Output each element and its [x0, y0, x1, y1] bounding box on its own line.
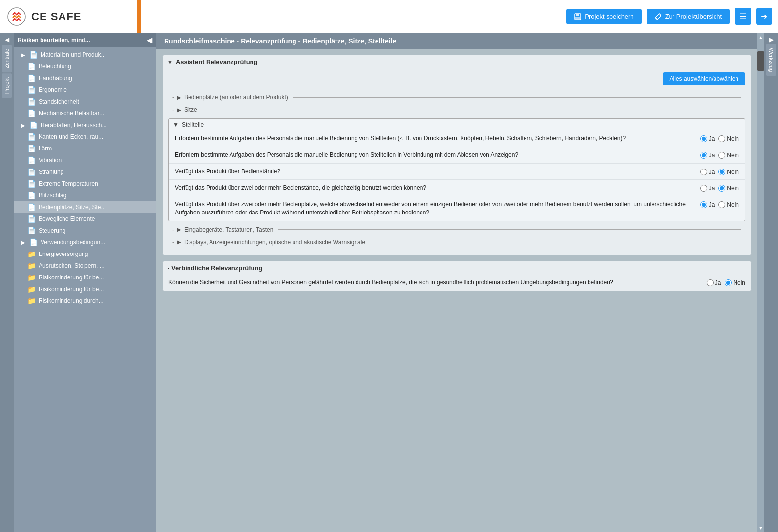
section-label: Displays, Anzeigeeinrichtungen, optische…	[184, 239, 365, 246]
sidebar-item-handhabung[interactable]: 📄 Handhabung	[14, 72, 156, 84]
verbindliche-radio-input-ja[interactable]	[707, 279, 714, 286]
sidebar-item-werkzeug[interactable]: Werkzeug	[766, 44, 776, 76]
radio-ja-q5[interactable]: Ja	[700, 201, 715, 208]
sidebar: Risiken beurteilen, mind... ◀ ▶ 📄 Materi…	[14, 33, 156, 532]
section-bedienplaetze[interactable]: - ▶ Bedienplätze (an oder auf dem Produk…	[168, 91, 745, 104]
logo-icon	[6, 6, 27, 27]
sidebar-item-risikominderung2[interactable]: 📁 Risikominderung für be...	[14, 283, 156, 295]
radio-input-ja-q3[interactable]	[700, 169, 707, 175]
sidebar-item-ausrutschen[interactable]: 📁 Ausrutschen, Stolpern, ...	[14, 260, 156, 272]
menu-button[interactable]: ☰	[735, 8, 751, 25]
radio-nein-q3[interactable]: Nein	[718, 169, 739, 175]
sidebar-item-bewegliche[interactable]: 📄 Bewegliche Elemente	[14, 213, 156, 225]
radio-ja-q4[interactable]: Ja	[700, 185, 715, 192]
sidebar-item-zentrale[interactable]: Zentrale	[2, 45, 12, 72]
sidebar-item-risikominderung3[interactable]: 📁 Risikominderung durch...	[14, 295, 156, 307]
radio-input-nein-q4[interactable]	[718, 185, 725, 192]
sidebar-item-herabfallen[interactable]: ▶ 📄 Herabfallen, Heraussch...	[14, 119, 156, 131]
sidebar-item-verwendungsbedingun[interactable]: ▶ 📄 Verwendungsbedingun...	[14, 236, 156, 248]
verbindliche-radio-ja[interactable]: Ja	[707, 279, 721, 286]
radio-nein-q5[interactable]: Nein	[718, 201, 739, 208]
overview-button[interactable]: Zur Projektübersicht	[647, 9, 730, 24]
radio-ja-q2[interactable]: Ja	[700, 152, 715, 159]
sidebar-item-beleuchtung[interactable]: 📄 Beleuchtung	[14, 61, 156, 72]
assistent-card-header: ▼ Assistent Relevanzprüfung	[163, 55, 751, 68]
sidebar-item-steuerung[interactable]: 📄 Steuerung	[14, 225, 156, 236]
item-icon: 📄	[27, 74, 36, 82]
question-row-q1: Erfordern bestimmte Aufgaben des Persona…	[169, 130, 745, 147]
verbindliche-radio-nein[interactable]: Nein	[725, 279, 745, 286]
section-label: Sitze	[184, 106, 197, 113]
radio-ja-q3[interactable]: Ja	[700, 169, 715, 175]
scrollbar-thumb[interactable]	[757, 51, 764, 71]
verbindliche-radio-group: Ja Nein	[707, 278, 745, 286]
sidebar-label: Steuerung	[39, 227, 65, 234]
radio-nein-q2[interactable]: Nein	[718, 152, 739, 159]
verbindliche-radio-input-nein[interactable]	[725, 279, 732, 286]
item-icon: 📄	[29, 121, 38, 129]
scroll-up-arrow[interactable]: ▲	[757, 33, 764, 42]
section-sitze[interactable]: - ▶ Sitze	[168, 104, 745, 116]
section-eingabegeraete[interactable]: - ▶ Eingabegeräte, Tastaturen, Tasten	[168, 223, 745, 236]
radio-input-nein-q1[interactable]	[718, 135, 725, 142]
sidebar-collapse-arrow[interactable]: ◀	[147, 36, 152, 44]
sidebar-label: Risikominderung durch...	[39, 298, 104, 304]
sidebar-item-materialien[interactable]: ▶ 📄 Materialien und Produk...	[14, 49, 156, 61]
stellteile-label: Stellteile	[182, 121, 204, 128]
radio-input-ja-q1[interactable]	[700, 135, 707, 142]
item-icon: 📄	[27, 215, 36, 223]
save-button[interactable]: Projekt speichern	[566, 9, 641, 24]
assistent-toggle[interactable]: ▼	[168, 59, 173, 65]
content-title: Rundschleifmaschine - Relevanzprüfung - …	[156, 33, 757, 49]
sidebar-label: Verwendungsbedingun...	[41, 239, 105, 246]
sidebar-item-risikominderung1[interactable]: 📁 Risikominderung für be...	[14, 272, 156, 283]
sidebar-item-extreme[interactable]: 📄 Extreme Temperaturen	[14, 178, 156, 190]
radio-input-ja-q5[interactable]	[700, 201, 707, 208]
stellteile-header[interactable]: ▼ Stellteile	[169, 119, 745, 130]
divider-line	[370, 242, 741, 242]
wrench-icon	[654, 13, 662, 21]
sidebar-item-mechanische[interactable]: 📄 Mechanische Belastbar...	[14, 107, 156, 119]
radio-input-ja-q4[interactable]	[700, 185, 707, 192]
svg-point-0	[8, 8, 25, 25]
sidebar-item-strahlung[interactable]: 📄 Strahlung	[14, 166, 156, 178]
question-row-q3: Verfügt das Produkt über Bedienstände? J…	[169, 164, 745, 180]
right-arrow-top[interactable]: ▶	[768, 35, 775, 44]
select-all-button[interactable]: Alles auswählen/abwählen	[663, 72, 745, 85]
sidebar-item-energieversorgung[interactable]: 📁 Energieversorgung	[14, 248, 156, 260]
sidebar-item-standsicherheit[interactable]: 📄 Standsicherheit	[14, 96, 156, 107]
question-text-q1: Erfordern bestimmte Aufgaben des Persona…	[175, 134, 696, 143]
radio-ja-q1[interactable]: Ja	[700, 135, 715, 142]
section-displays[interactable]: - ▶ Displays, Anzeigeeinrichtungen, opti…	[168, 236, 745, 249]
radio-input-nein-q2[interactable]	[718, 152, 725, 159]
sidebar-item-bedienplaetze[interactable]: 📄 Bedienplätze, Sitze, Ste...	[14, 201, 156, 213]
radio-nein-q1[interactable]: Nein	[718, 135, 739, 142]
question-text-q5: Verfügt das Produkt über zwei oder mehr …	[175, 200, 696, 217]
item-icon: 📄	[27, 192, 36, 199]
left-arrow-top[interactable]: ◀	[4, 35, 10, 44]
sidebar-list: ▶ 📄 Materialien und Produk... 📄 Beleucht…	[14, 47, 156, 532]
sidebar-label: Vibration	[39, 157, 62, 164]
radio-input-ja-q2[interactable]	[700, 152, 707, 159]
sidebar-label: Kanten und Ecken, rau...	[39, 133, 103, 140]
radio-input-nein-q3[interactable]	[718, 169, 725, 175]
sidebar-item-laerm[interactable]: 📄 Lärm	[14, 143, 156, 154]
scroll-down-arrow[interactable]: ▼	[757, 524, 764, 532]
question-row-q4: Verfügt das Produkt über zwei oder mehr …	[169, 180, 745, 196]
sidebar-label: Ergonomie	[39, 86, 67, 93]
radio-input-nein-q5[interactable]	[718, 201, 725, 208]
radio-group-q1: Ja Nein	[700, 134, 739, 142]
verbindliche-question-text: Können die Sicherheit und Gesundheit von…	[168, 278, 703, 287]
item-icon-red: 📄	[29, 51, 38, 59]
verbindliche-dash: -	[168, 264, 169, 272]
sidebar-item-projekt[interactable]: Projekt	[2, 73, 12, 98]
radio-nein-q4[interactable]: Nein	[718, 185, 739, 192]
sidebar-item-ergonomie[interactable]: 📄 Ergonomie	[14, 84, 156, 96]
sidebar-item-kanten[interactable]: 📄 Kanten und Ecken, rau...	[14, 131, 156, 143]
svg-point-4	[655, 18, 657, 19]
sidebar-item-blitzschlag[interactable]: 📄 Blitzschlag	[14, 190, 156, 201]
question-text-q3: Verfügt das Produkt über Bedienstände?	[175, 168, 696, 176]
item-icon: 📁	[27, 274, 36, 281]
exit-button[interactable]: ➜	[756, 8, 772, 25]
sidebar-item-vibration[interactable]: 📄 Vibration	[14, 154, 156, 166]
